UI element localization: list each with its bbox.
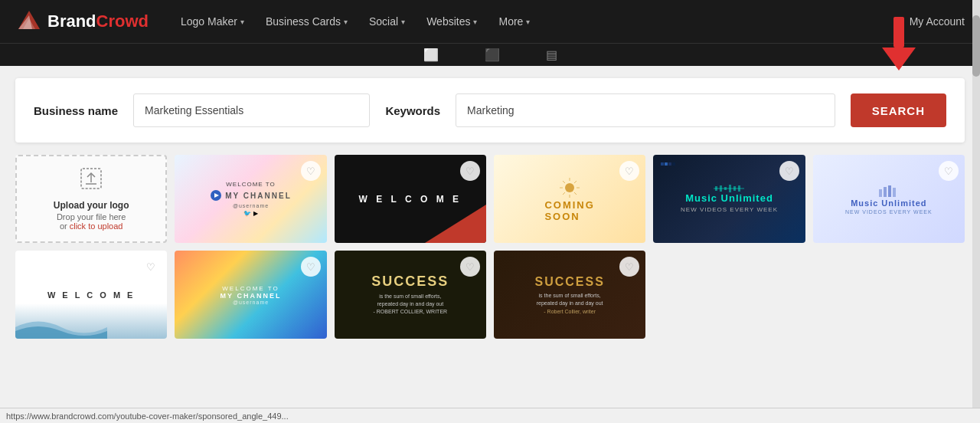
brand-icon — [15, 8, 43, 35]
cards-grid: Upload your logo Drop your file here or … — [0, 155, 980, 346]
brand-logo-area[interactable]: BrandCrowd — [15, 8, 149, 35]
red-diagonal-accent — [425, 205, 486, 243]
upload-icon — [80, 167, 103, 195]
svg-rect-27 — [893, 188, 896, 197]
welcome-channel-label: WELCOME TO — [226, 181, 275, 188]
card-welcome-color2[interactable]: WELCOME TO MY CHANNEL @username ♡ — [175, 251, 326, 339]
svg-rect-23 — [738, 185, 740, 192]
arrow-shaft — [893, 17, 904, 48]
icon-bar-item-2: ⬛ — [485, 48, 500, 62]
success-pattern-label: SUCCESS — [534, 275, 604, 289]
nav-business-cards[interactable]: Business Cards ▾ — [256, 9, 357, 34]
favorite-btn-5[interactable]: ♡ — [939, 161, 959, 181]
svg-rect-25 — [884, 187, 887, 197]
brand-name: BrandCrowd — [47, 11, 149, 31]
svg-point-8 — [565, 183, 574, 192]
more-chevron-icon: ▾ — [526, 18, 530, 26]
sunburst-icon — [558, 176, 581, 199]
upload-title: Upload your logo — [54, 200, 129, 211]
coming-soon-label: COMINGSOON — [544, 199, 594, 222]
nav-more[interactable]: More ▾ — [489, 9, 539, 34]
card-success-pattern[interactable]: SUCCESS is the sum of small efforts,repe… — [494, 251, 645, 339]
svg-line-15 — [574, 181, 577, 183]
card-music-light[interactable]: Music Unlimited NEW VIDEOS EVERY WEEK ♡ — [813, 155, 965, 243]
card-coming-soon[interactable]: COMINGSOON ♡ — [494, 155, 645, 243]
nav-websites[interactable]: Websites ▾ — [417, 9, 486, 34]
twitter-icon: 🐦 — [243, 210, 251, 217]
music-icon-light — [877, 183, 900, 198]
card-success-dark[interactable]: SUCCESS is the sum of small efforts,repe… — [335, 251, 486, 339]
nav-logo-maker[interactable]: Logo Maker ▾ — [172, 9, 253, 34]
music-unlimited-light-label: Music Unlimited — [851, 198, 926, 208]
svg-rect-19 — [720, 185, 722, 192]
card-welcome-black[interactable]: W E L C O M E ♡ — [335, 155, 486, 243]
music-unlimited-label: Music Unlimited — [685, 192, 773, 204]
upload-card[interactable]: Upload your logo Drop your file here or … — [15, 155, 167, 243]
pixel-decoration — [661, 162, 675, 166]
search-area: Business name Keywords SEARCH — [15, 78, 965, 143]
success-pattern-quote: is the sum of small efforts,repeated day… — [537, 292, 603, 307]
svg-line-13 — [563, 181, 565, 183]
nav-social[interactable]: Social ▾ — [360, 9, 414, 34]
favorite-btn-2[interactable]: ♡ — [460, 161, 480, 181]
success-pattern-author: - Robert Collier, writer — [544, 309, 596, 314]
my-account-link[interactable]: My Account — [910, 15, 965, 28]
social-chevron-icon: ▾ — [401, 18, 405, 26]
favorite-btn-4[interactable]: ♡ — [779, 161, 799, 181]
business-name-input[interactable] — [133, 93, 370, 127]
wave-decoration — [15, 316, 107, 339]
arrow-head — [882, 48, 916, 70]
channel-logo-icon — [210, 189, 222, 202]
scrollbar-thumb[interactable] — [972, 15, 980, 77]
music-unlimited-sub: NEW VIDEOS EVERY WEEK — [681, 206, 778, 213]
logo-maker-chevron-icon: ▾ — [240, 18, 244, 26]
svg-rect-22 — [733, 186, 736, 191]
business-cards-chevron-icon: ▾ — [344, 18, 348, 26]
search-button[interactable]: SEARCH — [851, 93, 946, 127]
svg-rect-21 — [729, 185, 731, 192]
icon-bar-item-3: ▤ — [546, 48, 557, 62]
icon-bar: ⬜ ⬛ ▤ — [0, 43, 980, 66]
keywords-label: Keywords — [385, 104, 440, 117]
upload-link[interactable]: click to upload — [70, 221, 123, 231]
svg-rect-24 — [879, 189, 882, 197]
equalizer-icon — [714, 185, 744, 192]
welcome-wave-label: W E L C O M E — [47, 290, 136, 300]
svg-rect-26 — [888, 185, 891, 197]
upload-subtitle: Drop your file here or click to upload — [57, 212, 126, 231]
success-dark-label: SUCCESS — [371, 274, 449, 290]
favorite-btn-8[interactable]: ♡ — [460, 257, 480, 277]
svg-line-16 — [563, 192, 565, 195]
favorite-btn-1[interactable]: ♡ — [301, 161, 321, 181]
music-unlimited-light-sub: NEW VIDEOS EVERY WEEK — [845, 209, 933, 215]
svg-rect-20 — [724, 187, 727, 190]
status-url: https://www.brandcrowd.com/youtube-cover… — [6, 412, 289, 421]
icon-bar-item-1: ⬜ — [423, 48, 439, 62]
svg-line-14 — [574, 192, 577, 195]
navbar: BrandCrowd Logo Maker ▾ Business Cards ▾… — [0, 0, 980, 43]
youtube-icon: ▶ — [253, 210, 258, 217]
svg-rect-18 — [715, 186, 717, 191]
favorite-btn-7[interactable]: ♡ — [301, 257, 321, 277]
scrollbar[interactable] — [972, 0, 980, 423]
status-bar: https://www.brandcrowd.com/youtube-cover… — [0, 408, 980, 423]
websites-chevron-icon: ▾ — [473, 18, 477, 26]
nav-links: Logo Maker ▾ Business Cards ▾ Social ▾ W… — [172, 9, 910, 34]
card-welcome-wave[interactable]: W E L C O M E ♡ — [15, 251, 167, 339]
business-name-label: Business name — [34, 104, 118, 117]
card-music-dark[interactable]: Music Unlimited NEW VIDEOS EVERY WEEK ♡ — [653, 155, 805, 243]
welcome-black-label: W E L C O M E — [359, 194, 462, 205]
success-dark-quote: is the sum of small efforts,repeated day… — [374, 293, 448, 315]
red-arrow-indicator — [882, 17, 916, 70]
card-welcome-colorful[interactable]: WELCOME TO MY CHANNEL @username 🐦 ▶ ♡ — [175, 155, 326, 243]
keywords-input[interactable] — [456, 93, 835, 127]
